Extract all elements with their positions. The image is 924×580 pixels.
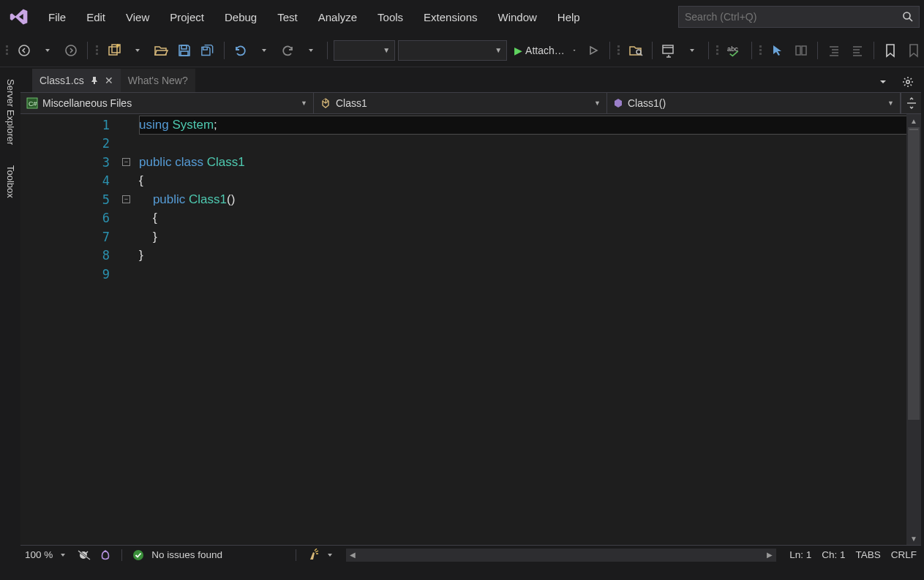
nav-member-combo[interactable]: Class1() ▼ [607, 93, 901, 113]
comment-button[interactable] [791, 40, 811, 61]
code-content[interactable]: using System;public class Class1{ public… [139, 114, 921, 545]
search-input[interactable] [679, 11, 897, 23]
quick-search[interactable] [678, 6, 920, 28]
zoom-level[interactable]: 100 % [25, 549, 53, 560]
svg-line-1 [909, 18, 912, 21]
horizontal-scrollbar[interactable]: ◀ ▶ [346, 549, 776, 562]
menu-test[interactable]: Test [267, 8, 308, 26]
bookmark-button[interactable] [880, 40, 901, 61]
menu-extensions[interactable]: Extensions [413, 8, 487, 26]
code-line[interactable]: { [139, 209, 921, 228]
outdent-button[interactable] [847, 40, 868, 61]
toolbar-grip-icon [715, 45, 720, 55]
bug-icon[interactable] [78, 549, 92, 561]
tab-overflow-button[interactable] [873, 72, 893, 92]
tab-whats-new[interactable]: What's New? [121, 69, 195, 92]
window-layout-dropdown[interactable] [682, 40, 702, 61]
cursor-col[interactable]: Ch: 1 [822, 549, 845, 560]
tab-settings-button[interactable] [898, 72, 918, 92]
undo-button[interactable] [230, 40, 251, 61]
menu-bar: FileEditViewProjectDebugTestAnalyzeTools… [0, 0, 924, 34]
new-project-dropdown[interactable] [127, 40, 148, 61]
vs-logo-icon [7, 5, 31, 29]
eol-mode[interactable]: CRLF [891, 549, 917, 560]
save-button[interactable] [174, 40, 195, 61]
code-line[interactable]: public class Class1 [139, 153, 921, 172]
navigation-bar: C# Miscellaneous Files ▼ Class1 ▼ Class1… [20, 92, 921, 114]
code-line[interactable]: { [139, 172, 921, 191]
menu-view[interactable]: View [116, 8, 159, 26]
code-line[interactable]: } [139, 227, 921, 246]
indent-button[interactable] [824, 40, 844, 61]
chevron-down-icon[interactable] [327, 552, 333, 558]
nav-type-combo[interactable]: Class1 ▼ [314, 93, 607, 113]
side-tab-server-explorer[interactable]: Server Explorer [4, 75, 18, 149]
solution-config-combo[interactable]: ▼ [334, 40, 395, 61]
menu-analyze[interactable]: Analyze [308, 8, 367, 26]
scroll-down-icon[interactable]: ▼ [906, 532, 921, 545]
scroll-left-icon[interactable]: ◀ [346, 551, 359, 559]
document-well: Class1.cs ✕ What's New? C# Miscellaneous… [20, 67, 921, 564]
scroll-up-icon[interactable]: ▲ [906, 114, 921, 127]
code-editor[interactable]: 123−45−6789 using System;public class Cl… [20, 114, 921, 545]
find-in-files-button[interactable] [626, 40, 646, 61]
nav-back-dropdown[interactable] [37, 40, 58, 61]
menu-project[interactable]: Project [159, 8, 214, 26]
code-line[interactable]: using System; [139, 116, 921, 135]
chevron-down-icon[interactable] [60, 552, 66, 558]
start-without-debug-button[interactable] [583, 40, 604, 61]
line-number: 3− [20, 153, 139, 172]
svg-point-33 [133, 550, 143, 560]
nav-forward-button[interactable] [61, 40, 81, 61]
menu-help[interactable]: Help [547, 8, 590, 26]
nav-scope-label: Miscellaneous Files [42, 97, 132, 109]
bookmark-next-button[interactable] [904, 40, 924, 61]
fold-toggle[interactable]: − [122, 158, 130, 166]
code-line[interactable]: public Class1() [139, 190, 921, 209]
solution-platform-combo[interactable]: ▼ [398, 40, 507, 61]
code-line[interactable] [139, 265, 921, 284]
line-number: 5− [20, 190, 139, 209]
spellcheck-button[interactable]: abc [724, 40, 745, 61]
nav-back-button[interactable] [14, 40, 34, 61]
menu-tools[interactable]: Tools [367, 8, 413, 26]
tab-class1[interactable]: Class1.cs ✕ [32, 69, 121, 92]
pin-icon[interactable] [90, 76, 99, 85]
redo-dropdown[interactable] [301, 40, 321, 61]
vertical-scrollbar[interactable]: ▲ ▼ [906, 114, 921, 545]
search-icon [897, 11, 919, 23]
new-project-button[interactable] [104, 40, 124, 61]
csharp-file-icon: C# [26, 97, 38, 109]
close-icon[interactable]: ✕ [105, 75, 113, 86]
menu-debug[interactable]: Debug [214, 8, 267, 26]
menu-window[interactable]: Window [487, 8, 546, 26]
redo-button[interactable] [277, 40, 298, 61]
code-line[interactable]: } [139, 246, 921, 265]
issues-label[interactable]: No issues found [151, 549, 222, 560]
cleanup-icon[interactable] [307, 549, 320, 562]
side-tab-toolbox[interactable]: Toolbox [4, 161, 18, 203]
split-editor-button[interactable] [901, 93, 921, 113]
nav-scope-combo[interactable]: C# Miscellaneous Files ▼ [20, 93, 314, 113]
save-all-button[interactable] [198, 40, 218, 61]
fold-toggle[interactable]: − [122, 195, 130, 203]
indent-mode[interactable]: TABS [855, 549, 880, 560]
intellicode-icon[interactable] [99, 549, 111, 561]
menu-edit[interactable]: Edit [76, 8, 116, 26]
start-attach-button[interactable]: ▶ Attach… [510, 40, 580, 61]
scroll-right-icon[interactable]: ▶ [763, 551, 776, 559]
svg-rect-6 [181, 45, 187, 49]
menu-file[interactable]: File [38, 8, 76, 26]
open-file-button[interactable] [151, 40, 171, 61]
toolbar-grip-icon [4, 45, 10, 55]
code-line[interactable] [139, 135, 921, 154]
toolbar-grip-icon [758, 45, 763, 55]
cursor-mode-button[interactable] [767, 40, 788, 61]
cursor-line[interactable]: Ln: 1 [789, 549, 811, 560]
scroll-thumb[interactable] [908, 127, 920, 420]
window-layout-button[interactable] [658, 40, 679, 61]
undo-dropdown[interactable] [254, 40, 274, 61]
check-icon [132, 549, 144, 561]
line-number: 6 [20, 209, 139, 228]
line-gutter: 123−45−6789 [20, 114, 139, 545]
